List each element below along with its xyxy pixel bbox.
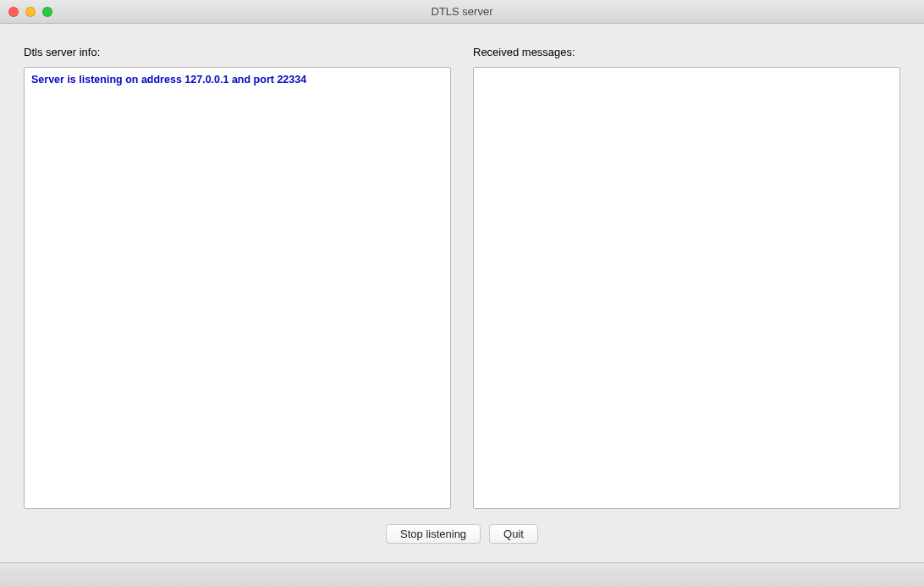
stop-listening-button[interactable]: Stop listening bbox=[386, 524, 481, 544]
content-area: Dtls server info: Server is listening on… bbox=[0, 24, 924, 562]
window-title: DTLS server bbox=[0, 5, 924, 18]
server-info-label: Dtls server info: bbox=[24, 46, 451, 58]
received-messages-panel: Received messages: bbox=[473, 46, 900, 509]
app-window: DTLS server Dtls server info: Server is … bbox=[0, 0, 924, 586]
close-icon[interactable] bbox=[8, 7, 19, 17]
received-messages-textarea[interactable] bbox=[473, 67, 900, 509]
server-info-log-line: Server is listening on address 127.0.0.1… bbox=[31, 73, 443, 88]
button-row: Stop listening Quit bbox=[24, 509, 900, 554]
minimize-icon[interactable] bbox=[25, 7, 36, 17]
server-info-panel: Dtls server info: Server is listening on… bbox=[24, 46, 451, 509]
titlebar: DTLS server bbox=[0, 0, 924, 24]
window-controls bbox=[8, 7, 52, 17]
panels-row: Dtls server info: Server is listening on… bbox=[24, 46, 900, 509]
footer-strip bbox=[0, 562, 924, 586]
received-messages-label: Received messages: bbox=[473, 46, 900, 58]
maximize-icon[interactable] bbox=[42, 7, 52, 17]
server-info-textarea[interactable]: Server is listening on address 127.0.0.1… bbox=[24, 67, 451, 509]
quit-button[interactable]: Quit bbox=[489, 524, 538, 544]
